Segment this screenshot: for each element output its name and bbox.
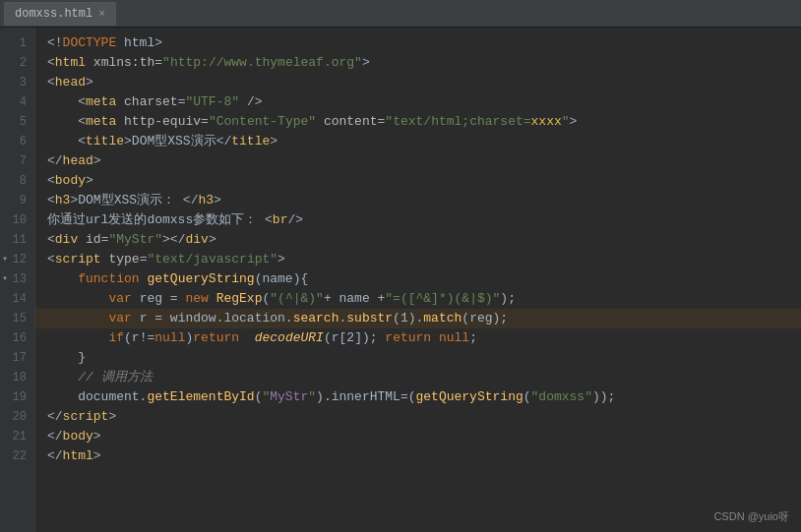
line-number-8: 8 xyxy=(0,171,34,191)
line-number-2: 2 xyxy=(0,53,34,73)
code-content[interactable]: <!DOCTYPE html> <html xmlns:th="http://w… xyxy=(35,28,801,532)
tab-bar: domxss.html × xyxy=(0,0,801,28)
line-number-22: 22 xyxy=(0,446,34,466)
code-line-12: <script type="text/javascript"> xyxy=(35,250,801,269)
line-number-7: 7 xyxy=(0,151,34,171)
code-line-4: <meta charset="UTF-8" /> xyxy=(35,92,801,112)
line-number-16: 16 xyxy=(0,328,34,348)
file-tab[interactable]: domxss.html × xyxy=(4,2,116,26)
watermark: CSDN @yuio呀 xyxy=(713,509,789,524)
code-line-7: </head> xyxy=(35,151,801,171)
line-number-6: 6 xyxy=(0,132,34,151)
code-line-1: <!DOCTYPE html> xyxy=(35,33,801,53)
code-line-9: <h3>DOM型XSS演示： </h3> xyxy=(35,191,801,210)
editor-area: 1 2 3 4 5 6 7 8 9 10 11 12 13 14 15 16 1… xyxy=(0,28,801,532)
code-line-8: <body> xyxy=(35,171,801,191)
code-line-22: </html> xyxy=(35,446,801,466)
line-number-11: 11 xyxy=(0,230,34,250)
line-number-14: 14 xyxy=(0,289,34,309)
code-line-15: var r = window.location.search.substr(1)… xyxy=(35,309,801,328)
code-line-14: var reg = new RegExp("(^|&)"+ name +"=([… xyxy=(35,289,801,309)
code-line-19: document.getElementById("MyStr").innerHT… xyxy=(35,387,801,407)
code-line-21: </body> xyxy=(35,427,801,446)
code-line-5: <meta http-equiv="Content-Type" content=… xyxy=(35,112,801,132)
code-line-6: <title>DOM型XSS演示</title> xyxy=(35,132,801,151)
line-number-13: 13 xyxy=(0,269,34,289)
code-line-2: <html xmlns:th="http://www.thymeleaf.org… xyxy=(35,53,801,73)
code-line-20: </script> xyxy=(35,407,801,427)
code-line-10: 你通过url发送的domxss参数如下： <br/> xyxy=(35,210,801,230)
tab-filename: domxss.html xyxy=(15,7,92,21)
line-number-1: 1 xyxy=(0,33,34,53)
code-line-18: // 调用方法 xyxy=(35,368,801,387)
line-number-9: 9 xyxy=(0,191,34,210)
line-number-3: 3 xyxy=(0,73,34,92)
code-line-13: function getQueryString(name){ xyxy=(35,269,801,289)
close-icon[interactable]: × xyxy=(98,8,105,20)
line-number-12: 12 xyxy=(0,250,34,269)
line-number-17: 17 xyxy=(0,348,34,368)
line-number-15: 15 xyxy=(0,309,34,328)
code-line-3: <head> xyxy=(35,73,801,92)
line-number-21: 21 xyxy=(0,427,34,446)
line-number-18: 18 xyxy=(0,368,34,387)
line-number-10: 10 xyxy=(0,210,34,230)
line-number-5: 5 xyxy=(0,112,34,132)
line-number-19: 19 xyxy=(0,387,34,407)
line-number-20: 20 xyxy=(0,407,34,427)
code-line-16: if(r!=null)return decodeURI(r[2]); retur… xyxy=(35,328,801,348)
code-line-17: } xyxy=(35,348,801,368)
line-numbers: 1 2 3 4 5 6 7 8 9 10 11 12 13 14 15 16 1… xyxy=(0,28,35,532)
line-number-4: 4 xyxy=(0,92,34,112)
code-line-11: <div id="MyStr"></div> xyxy=(35,230,801,250)
